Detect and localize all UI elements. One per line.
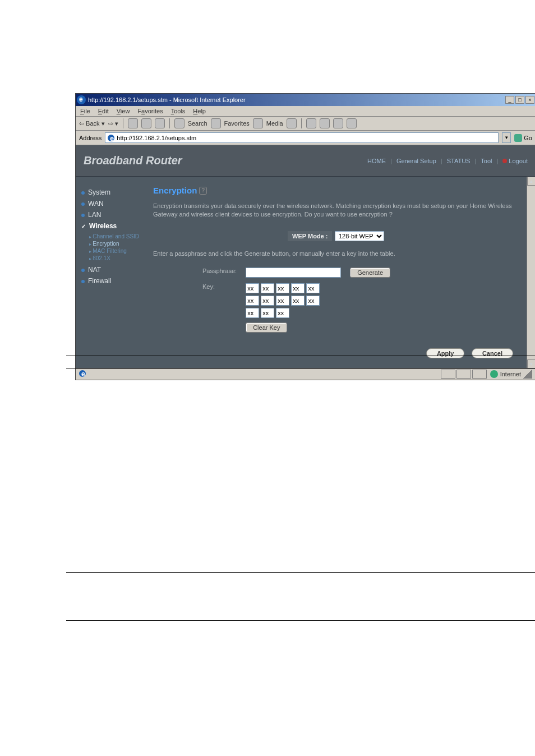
nav-home[interactable]: HOME — [367, 158, 386, 164]
sidebar: System WAN LAN ✓Wireless Channel and SSI… — [76, 177, 147, 368]
toolbar: ⇦ Back ▾ ⇨ ▾ Search Favorites Media — [76, 117, 535, 131]
print-icon[interactable] — [320, 118, 330, 128]
status-bar: Internet — [76, 368, 535, 380]
menubar: File Edit View Favorites Tools Help — [76, 106, 535, 117]
scroll-up-icon[interactable]: ▴ — [527, 177, 535, 186]
key-input-7[interactable] — [261, 296, 274, 306]
go-icon — [514, 134, 522, 142]
menu-edit[interactable]: Edit — [98, 108, 109, 114]
internet-icon — [490, 370, 498, 378]
mail-icon[interactable] — [306, 118, 316, 128]
main-panel: Encryption? Encryption transmits your da… — [147, 177, 535, 368]
search-icon[interactable] — [174, 118, 185, 128]
key-label: Key: — [198, 280, 241, 335]
key-input-10[interactable] — [306, 296, 320, 306]
passphrase-input[interactable] — [246, 268, 341, 278]
stop-icon[interactable] — [128, 118, 138, 128]
logout-icon — [502, 159, 507, 163]
sidebar-item-lan[interactable]: LAN — [81, 209, 147, 220]
wep-mode-row: WEP Mode : 128-bit WEP — [153, 231, 519, 241]
scrollbar[interactable]: ▴ ▾ — [527, 177, 535, 368]
resize-grip[interactable] — [523, 370, 532, 379]
key-input-4[interactable] — [291, 283, 305, 293]
clear-key-button[interactable]: Clear Key — [246, 322, 287, 333]
help-icon[interactable]: ? — [199, 187, 207, 195]
maximize-button[interactable]: □ — [515, 96, 524, 104]
status-internet: Internet — [500, 371, 521, 377]
section-title: Encryption? — [153, 186, 519, 195]
key-input-1[interactable] — [246, 283, 259, 293]
media-label: Media — [266, 120, 283, 127]
sidebar-item-system[interactable]: System — [81, 187, 147, 198]
browser-window: http://192.168.2.1/setups.stm - Microsof… — [75, 93, 535, 380]
discuss-icon[interactable] — [347, 118, 357, 128]
key-input-5[interactable] — [306, 283, 320, 293]
address-bar: Address http://192.168.2.1/setups.stm ▼ … — [76, 131, 535, 145]
close-button[interactable]: × — [525, 96, 534, 104]
key-input-12[interactable] — [261, 308, 274, 318]
history-icon[interactable] — [287, 118, 297, 128]
top-nav: HOME| General Setup| STATUS| Tool| Logou… — [367, 158, 528, 164]
sidebar-subitems: Channel and SSID Encryption MAC Filterin… — [89, 233, 147, 262]
menu-file[interactable]: File — [80, 108, 90, 114]
back-button[interactable]: ⇦ Back ▾ — [79, 120, 105, 127]
intro-text: Encryption transmits your data securely … — [153, 202, 519, 219]
key-input-11[interactable] — [246, 308, 259, 318]
subitem-macfilter[interactable]: MAC Filtering — [89, 247, 147, 255]
minimize-button[interactable]: _ — [505, 96, 514, 104]
page-icon — [108, 135, 114, 141]
subitem-encryption[interactable]: Encryption — [89, 240, 147, 247]
bottom-buttons: Apply Cancel — [153, 348, 519, 358]
sidebar-item-firewall[interactable]: Firewall — [81, 275, 147, 287]
key-input-2[interactable] — [261, 283, 274, 293]
passphrase-label: Passphrase: — [198, 265, 241, 280]
go-button[interactable]: Go — [514, 134, 532, 142]
sidebar-item-wan[interactable]: WAN — [81, 198, 147, 209]
menu-tools[interactable]: Tools — [171, 108, 186, 114]
instruction-text: Enter a passphrase and click the Generat… — [153, 250, 519, 257]
titlebar: http://192.168.2.1/setups.stm - Microsof… — [76, 94, 535, 106]
menu-view[interactable]: View — [117, 108, 130, 114]
encryption-form: Passphrase: Generate Key: — [198, 265, 395, 335]
key-input-3[interactable] — [276, 283, 289, 293]
wep-mode-label: WEP Mode : — [288, 231, 332, 241]
media-icon[interactable] — [253, 118, 263, 128]
brand-title: Broadband Router — [84, 154, 182, 167]
search-label: Search — [188, 120, 207, 127]
address-url: http://192.168.2.1/setups.stm — [117, 135, 196, 141]
apply-button[interactable]: Apply — [426, 348, 465, 358]
menu-favorites[interactable]: Favorites — [137, 108, 163, 114]
sidebar-item-wireless[interactable]: ✓Wireless — [81, 220, 147, 232]
cancel-button[interactable]: Cancel — [472, 348, 513, 358]
nav-tool[interactable]: Tool — [481, 158, 492, 164]
nav-logout[interactable]: Logout — [502, 158, 528, 164]
address-dropdown[interactable]: ▼ — [502, 132, 511, 143]
status-page-icon — [79, 370, 86, 377]
nav-general[interactable]: General Setup — [396, 158, 436, 164]
edit-icon[interactable] — [333, 118, 343, 128]
key-input-9[interactable] — [291, 296, 305, 306]
home-icon[interactable] — [155, 118, 165, 128]
key-input-6[interactable] — [246, 296, 259, 306]
favorites-label: Favorites — [224, 120, 250, 127]
key-grid: Clear Key — [241, 280, 395, 335]
forward-button[interactable]: ⇨ ▾ — [108, 120, 118, 127]
header-strip: Broadband Router HOME| General Setup| ST… — [76, 145, 535, 177]
key-input-13[interactable] — [276, 308, 289, 318]
sidebar-item-nat[interactable]: NAT — [81, 264, 147, 275]
refresh-icon[interactable] — [141, 118, 151, 128]
page-content: Broadband Router HOME| General Setup| ST… — [76, 145, 535, 368]
address-input[interactable]: http://192.168.2.1/setups.stm — [105, 132, 499, 143]
generate-button[interactable]: Generate — [350, 268, 390, 278]
key-input-8[interactable] — [276, 296, 289, 306]
wep-mode-select[interactable]: 128-bit WEP — [335, 231, 384, 241]
window-title: http://192.168.2.1/setups.stm - Microsof… — [88, 96, 246, 103]
subitem-8021x[interactable]: 802.1X — [89, 255, 147, 262]
subitem-channel[interactable]: Channel and SSID — [89, 233, 147, 240]
status-left — [79, 370, 86, 378]
menu-help[interactable]: Help — [193, 108, 206, 114]
favorites-icon[interactable] — [211, 118, 221, 128]
ie-icon — [77, 95, 86, 104]
nav-status[interactable]: STATUS — [447, 158, 471, 164]
scroll-down-icon[interactable]: ▾ — [527, 359, 535, 368]
